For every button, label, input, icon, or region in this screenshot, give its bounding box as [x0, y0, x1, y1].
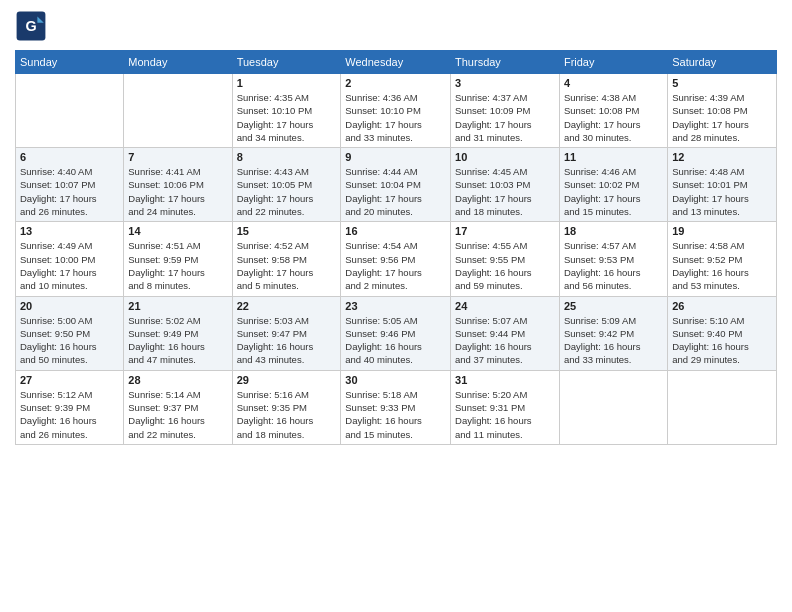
day-info: Sunrise: 4:51 AM Sunset: 9:59 PM Dayligh…	[128, 239, 227, 292]
day-info: Sunrise: 4:44 AM Sunset: 10:04 PM Daylig…	[345, 165, 446, 218]
logo-icon: G	[15, 10, 47, 42]
day-info: Sunrise: 4:58 AM Sunset: 9:52 PM Dayligh…	[672, 239, 772, 292]
day-number: 2	[345, 77, 446, 89]
calendar-cell: 28Sunrise: 5:14 AM Sunset: 9:37 PM Dayli…	[124, 370, 232, 444]
day-number: 26	[672, 300, 772, 312]
logo: G	[15, 10, 51, 42]
calendar-cell: 13Sunrise: 4:49 AM Sunset: 10:00 PM Dayl…	[16, 222, 124, 296]
day-number: 25	[564, 300, 663, 312]
weekday-header-tuesday: Tuesday	[232, 51, 341, 74]
header: G	[15, 10, 777, 42]
day-info: Sunrise: 4:54 AM Sunset: 9:56 PM Dayligh…	[345, 239, 446, 292]
calendar-cell: 24Sunrise: 5:07 AM Sunset: 9:44 PM Dayli…	[451, 296, 560, 370]
week-row-2: 13Sunrise: 4:49 AM Sunset: 10:00 PM Dayl…	[16, 222, 777, 296]
day-number: 11	[564, 151, 663, 163]
calendar-cell: 19Sunrise: 4:58 AM Sunset: 9:52 PM Dayli…	[668, 222, 777, 296]
day-info: Sunrise: 4:40 AM Sunset: 10:07 PM Daylig…	[20, 165, 119, 218]
week-row-1: 6Sunrise: 4:40 AM Sunset: 10:07 PM Dayli…	[16, 148, 777, 222]
weekday-header-sunday: Sunday	[16, 51, 124, 74]
day-info: Sunrise: 5:02 AM Sunset: 9:49 PM Dayligh…	[128, 314, 227, 367]
day-number: 19	[672, 225, 772, 237]
day-info: Sunrise: 4:57 AM Sunset: 9:53 PM Dayligh…	[564, 239, 663, 292]
calendar-cell: 15Sunrise: 4:52 AM Sunset: 9:58 PM Dayli…	[232, 222, 341, 296]
week-row-0: 1Sunrise: 4:35 AM Sunset: 10:10 PM Dayli…	[16, 74, 777, 148]
calendar-cell: 7Sunrise: 4:41 AM Sunset: 10:06 PM Dayli…	[124, 148, 232, 222]
day-info: Sunrise: 4:45 AM Sunset: 10:03 PM Daylig…	[455, 165, 555, 218]
calendar-cell: 10Sunrise: 4:45 AM Sunset: 10:03 PM Dayl…	[451, 148, 560, 222]
day-number: 17	[455, 225, 555, 237]
calendar-table: SundayMondayTuesdayWednesdayThursdayFrid…	[15, 50, 777, 445]
day-number: 15	[237, 225, 337, 237]
day-number: 22	[237, 300, 337, 312]
calendar-cell: 4Sunrise: 4:38 AM Sunset: 10:08 PM Dayli…	[559, 74, 667, 148]
day-number: 28	[128, 374, 227, 386]
day-info: Sunrise: 5:20 AM Sunset: 9:31 PM Dayligh…	[455, 388, 555, 441]
day-info: Sunrise: 5:18 AM Sunset: 9:33 PM Dayligh…	[345, 388, 446, 441]
calendar-cell: 31Sunrise: 5:20 AM Sunset: 9:31 PM Dayli…	[451, 370, 560, 444]
day-number: 9	[345, 151, 446, 163]
calendar-cell: 1Sunrise: 4:35 AM Sunset: 10:10 PM Dayli…	[232, 74, 341, 148]
day-info: Sunrise: 4:36 AM Sunset: 10:10 PM Daylig…	[345, 91, 446, 144]
calendar-cell: 5Sunrise: 4:39 AM Sunset: 10:08 PM Dayli…	[668, 74, 777, 148]
weekday-header-friday: Friday	[559, 51, 667, 74]
calendar-cell: 6Sunrise: 4:40 AM Sunset: 10:07 PM Dayli…	[16, 148, 124, 222]
calendar-cell: 23Sunrise: 5:05 AM Sunset: 9:46 PM Dayli…	[341, 296, 451, 370]
day-number: 16	[345, 225, 446, 237]
day-info: Sunrise: 4:39 AM Sunset: 10:08 PM Daylig…	[672, 91, 772, 144]
calendar-cell: 30Sunrise: 5:18 AM Sunset: 9:33 PM Dayli…	[341, 370, 451, 444]
calendar-cell: 27Sunrise: 5:12 AM Sunset: 9:39 PM Dayli…	[16, 370, 124, 444]
day-number: 4	[564, 77, 663, 89]
calendar-cell: 29Sunrise: 5:16 AM Sunset: 9:35 PM Dayli…	[232, 370, 341, 444]
day-number: 21	[128, 300, 227, 312]
weekday-header-saturday: Saturday	[668, 51, 777, 74]
day-info: Sunrise: 4:49 AM Sunset: 10:00 PM Daylig…	[20, 239, 119, 292]
day-info: Sunrise: 5:09 AM Sunset: 9:42 PM Dayligh…	[564, 314, 663, 367]
calendar-cell	[124, 74, 232, 148]
day-info: Sunrise: 5:07 AM Sunset: 9:44 PM Dayligh…	[455, 314, 555, 367]
calendar-cell: 20Sunrise: 5:00 AM Sunset: 9:50 PM Dayli…	[16, 296, 124, 370]
day-number: 13	[20, 225, 119, 237]
day-number: 31	[455, 374, 555, 386]
day-info: Sunrise: 5:12 AM Sunset: 9:39 PM Dayligh…	[20, 388, 119, 441]
day-info: Sunrise: 4:41 AM Sunset: 10:06 PM Daylig…	[128, 165, 227, 218]
calendar-cell: 11Sunrise: 4:46 AM Sunset: 10:02 PM Dayl…	[559, 148, 667, 222]
weekday-header-monday: Monday	[124, 51, 232, 74]
day-number: 18	[564, 225, 663, 237]
calendar-cell: 25Sunrise: 5:09 AM Sunset: 9:42 PM Dayli…	[559, 296, 667, 370]
day-number: 5	[672, 77, 772, 89]
day-number: 27	[20, 374, 119, 386]
day-info: Sunrise: 4:43 AM Sunset: 10:05 PM Daylig…	[237, 165, 337, 218]
day-info: Sunrise: 4:35 AM Sunset: 10:10 PM Daylig…	[237, 91, 337, 144]
day-info: Sunrise: 5:10 AM Sunset: 9:40 PM Dayligh…	[672, 314, 772, 367]
calendar-cell: 16Sunrise: 4:54 AM Sunset: 9:56 PM Dayli…	[341, 222, 451, 296]
calendar-cell: 9Sunrise: 4:44 AM Sunset: 10:04 PM Dayli…	[341, 148, 451, 222]
weekday-header-row: SundayMondayTuesdayWednesdayThursdayFrid…	[16, 51, 777, 74]
day-info: Sunrise: 4:48 AM Sunset: 10:01 PM Daylig…	[672, 165, 772, 218]
day-number: 6	[20, 151, 119, 163]
week-row-4: 27Sunrise: 5:12 AM Sunset: 9:39 PM Dayli…	[16, 370, 777, 444]
day-info: Sunrise: 5:16 AM Sunset: 9:35 PM Dayligh…	[237, 388, 337, 441]
calendar-cell: 26Sunrise: 5:10 AM Sunset: 9:40 PM Dayli…	[668, 296, 777, 370]
calendar-cell: 8Sunrise: 4:43 AM Sunset: 10:05 PM Dayli…	[232, 148, 341, 222]
svg-text:G: G	[25, 18, 36, 34]
day-number: 7	[128, 151, 227, 163]
day-number: 8	[237, 151, 337, 163]
day-number: 29	[237, 374, 337, 386]
day-info: Sunrise: 4:37 AM Sunset: 10:09 PM Daylig…	[455, 91, 555, 144]
calendar-cell: 21Sunrise: 5:02 AM Sunset: 9:49 PM Dayli…	[124, 296, 232, 370]
day-info: Sunrise: 4:55 AM Sunset: 9:55 PM Dayligh…	[455, 239, 555, 292]
day-info: Sunrise: 4:38 AM Sunset: 10:08 PM Daylig…	[564, 91, 663, 144]
calendar-cell: 3Sunrise: 4:37 AM Sunset: 10:09 PM Dayli…	[451, 74, 560, 148]
calendar-cell: 18Sunrise: 4:57 AM Sunset: 9:53 PM Dayli…	[559, 222, 667, 296]
calendar-page: G SundayMondayTuesdayWednesdayThursdayFr…	[0, 0, 792, 612]
day-info: Sunrise: 5:05 AM Sunset: 9:46 PM Dayligh…	[345, 314, 446, 367]
calendar-cell: 2Sunrise: 4:36 AM Sunset: 10:10 PM Dayli…	[341, 74, 451, 148]
calendar-cell: 12Sunrise: 4:48 AM Sunset: 10:01 PM Dayl…	[668, 148, 777, 222]
day-number: 14	[128, 225, 227, 237]
calendar-cell	[16, 74, 124, 148]
day-info: Sunrise: 4:46 AM Sunset: 10:02 PM Daylig…	[564, 165, 663, 218]
day-number: 10	[455, 151, 555, 163]
day-info: Sunrise: 4:52 AM Sunset: 9:58 PM Dayligh…	[237, 239, 337, 292]
weekday-header-wednesday: Wednesday	[341, 51, 451, 74]
day-number: 23	[345, 300, 446, 312]
